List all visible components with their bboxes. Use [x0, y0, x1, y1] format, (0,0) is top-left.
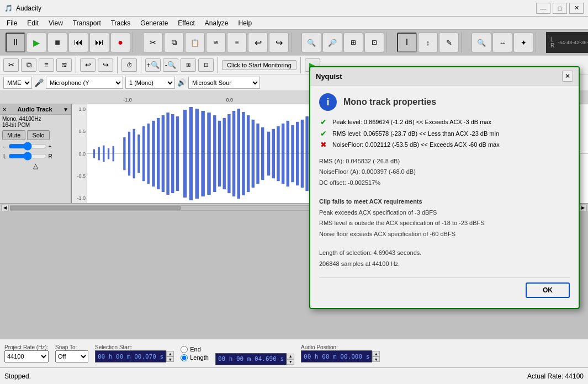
length-radio[interactable]	[181, 354, 188, 361]
trim-btn2[interactable]: ≋	[56, 58, 72, 72]
fit-sel-btn[interactable]: ⊡	[198, 58, 214, 72]
scroll-thumb[interactable]	[10, 206, 181, 210]
title-controls: — □ ✕	[536, 3, 584, 14]
minimize-button[interactable]: —	[536, 3, 550, 14]
menu-item-generate[interactable]: Generate	[136, 18, 172, 28]
stop-button[interactable]: ■	[47, 33, 67, 52]
audio-position-value[interactable]: 00 h 00 m 00.000 s	[301, 350, 372, 362]
svg-rect-10	[137, 135, 140, 173]
microphone-select[interactable]: Microphone (Y	[46, 77, 123, 89]
audio-pos-down[interactable]: ▼	[372, 356, 380, 362]
record-button[interactable]: ●	[110, 33, 130, 52]
svg-rect-24	[213, 115, 216, 192]
zoom-in-button[interactable]: 🔍	[301, 33, 321, 52]
monitoring-button[interactable]: Click to Start Monitoring	[222, 60, 296, 70]
scissor-btn[interactable]: ✂	[3, 58, 19, 72]
track-menu-button[interactable]: ▼	[63, 106, 68, 113]
zoom-out-button[interactable]: 🔎	[322, 33, 342, 52]
undo-button[interactable]: ↩	[248, 33, 268, 52]
ok-button[interactable]: OK	[526, 282, 570, 298]
solo-button[interactable]: Solo	[27, 130, 49, 140]
resize-tool[interactable]: ↔	[492, 33, 512, 52]
svg-rect-36	[272, 129, 275, 179]
gain-slider[interactable]	[8, 142, 47, 150]
menu-item-analyze[interactable]: Analyze	[200, 18, 233, 28]
redo-btn2[interactable]: ↪	[98, 58, 113, 72]
menu-item-effect[interactable]: Effect	[173, 18, 199, 28]
failure-line-3: RMS level is outside the ACX specificati…	[319, 218, 570, 229]
audio-pos-up[interactable]: ▲	[372, 351, 380, 356]
copy-btn2[interactable]: ⧉	[21, 58, 36, 72]
fit-btn2[interactable]: ⊞	[181, 58, 196, 72]
svg-rect-41	[296, 122, 299, 185]
end-radio[interactable]	[181, 346, 188, 353]
title-bar: 🎵 Audacity — □ ✕	[0, 0, 588, 17]
dialog-content: i Mono track properties ✔ Peak level: 0.…	[310, 86, 579, 308]
mute-button[interactable]: Mute	[2, 130, 25, 140]
svg-rect-35	[267, 132, 270, 176]
menu-item-file[interactable]: File	[2, 18, 22, 28]
menu-item-edit[interactable]: Edit	[23, 18, 43, 28]
cut-button[interactable]: ✂	[143, 33, 163, 52]
skip-forward-button[interactable]: ⏭	[89, 33, 109, 52]
dialog-main-title: Mono track properties	[343, 97, 436, 107]
menu-item-view[interactable]: View	[44, 18, 67, 28]
output-select[interactable]: Microsoft Sour	[188, 77, 260, 89]
multi-tool[interactable]: ✦	[513, 33, 533, 52]
app-icon: 🎵	[4, 4, 13, 12]
project-rate-label: Project Rate (Hz):	[4, 344, 49, 350]
magnify-tool[interactable]: 🔍	[472, 33, 491, 52]
track-name-label: Audio Track	[18, 106, 52, 113]
menu-bar: FileEditViewTransportTracksGenerateEffec…	[0, 17, 588, 30]
redo-button[interactable]: ↪	[269, 33, 289, 52]
selection-end-value[interactable]: 00 h 00 m 04.690 s	[215, 353, 287, 365]
play-button[interactable]: ▶	[27, 33, 46, 52]
length-label[interactable]: Length	[190, 354, 209, 361]
paste-button[interactable]: 📋	[185, 33, 205, 52]
status-bar: Stopped. Actual Rate: 44100	[0, 367, 588, 384]
copy-button[interactable]: ⧉	[164, 33, 184, 52]
sel-start-down[interactable]: ▼	[166, 356, 174, 362]
scroll-left-button[interactable]: ◀	[1, 205, 9, 211]
track-info: Mono, 44100Hz 16-bit PCM	[0, 115, 71, 129]
scroll-right-button[interactable]: ▶	[579, 205, 587, 211]
end-label[interactable]: End	[190, 346, 201, 353]
trim-button[interactable]: ≋	[206, 33, 226, 52]
snap-select[interactable]: Off	[55, 350, 88, 362]
close-track-button[interactable]: ✕	[2, 106, 7, 113]
dialog-close-button[interactable]: ✕	[562, 71, 573, 82]
undo-btn2[interactable]: ↩	[80, 58, 96, 72]
project-rate-select[interactable]: 44100	[4, 350, 49, 362]
pan-slider[interactable]	[8, 152, 47, 160]
svg-rect-8	[128, 132, 130, 176]
cursor-tool[interactable]: I	[397, 33, 417, 52]
skip-back-button[interactable]: ⏮	[68, 33, 88, 52]
timer-btn[interactable]: ⏱	[121, 58, 137, 72]
zoom-in-btn2[interactable]: +🔍	[145, 58, 161, 72]
channels-select[interactable]: 1 (Mono)	[125, 77, 175, 89]
maximize-button[interactable]: □	[553, 3, 567, 14]
silence-button[interactable]: ≡	[227, 33, 247, 52]
sel-start-up[interactable]: ▲	[166, 351, 174, 356]
menu-item-help[interactable]: Help	[234, 18, 257, 28]
sel-end-down[interactable]: ▼	[287, 359, 294, 365]
zoom-out-btn2[interactable]: -🔍	[163, 58, 178, 72]
selection-start-value[interactable]: 00 h 00 m 00.070 s	[95, 350, 166, 362]
selection-end-input: 00 h 00 m 04.690 s ▲ ▼	[215, 342, 294, 365]
close-button[interactable]: ✕	[569, 3, 584, 14]
mic-icon: 🎤	[34, 78, 44, 87]
collapse-button[interactable]: △	[33, 162, 38, 170]
zoom-sel-button[interactable]: ⊡	[364, 33, 384, 52]
title-text: Audacity	[16, 4, 41, 12]
sel-end-up[interactable]: ▲	[287, 354, 294, 359]
silence-btn2[interactable]: ≡	[39, 58, 54, 72]
fit-button[interactable]: ⊞	[343, 33, 363, 52]
pause-button[interactable]: ⏸	[6, 33, 25, 52]
pencil-tool[interactable]: ✎	[439, 33, 459, 52]
menu-item-tracks[interactable]: Tracks	[107, 18, 135, 28]
interface-select[interactable]: MME	[3, 77, 32, 89]
selection-tool[interactable]: ↕	[418, 33, 438, 52]
menu-item-transport[interactable]: Transport	[68, 18, 105, 28]
svg-rect-37	[277, 126, 279, 181]
tools-toolbar: 🔍 🔎 ⊞ ⊡	[299, 33, 387, 52]
